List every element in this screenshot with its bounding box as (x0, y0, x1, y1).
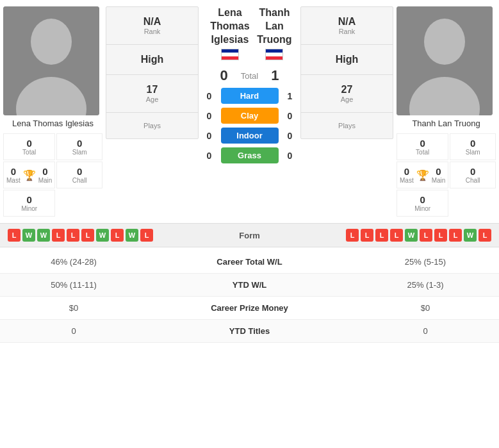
stat-row: $0 Career Prize Money $0 (0, 297, 499, 320)
stat-left-value: 0 (10, 326, 138, 336)
form-badge: W (37, 229, 50, 242)
stat-right-value: $0 (361, 303, 489, 313)
stat-left-value: $0 (10, 303, 138, 313)
right-minor-stat: 0 Minor (397, 190, 448, 217)
left-minor-stat: 0 Minor (3, 190, 55, 217)
right-player-name: Thanh Lan Truong (397, 119, 496, 128)
left-high-row: High (106, 45, 198, 75)
right-player-block: N/A Rank High 27 Age Plays (300, 6, 496, 217)
right-avatar-img (397, 6, 493, 115)
form-label: Form (239, 231, 260, 240)
center-left-name: Lena ThomasIglesias (205, 6, 255, 46)
form-badge: L (375, 229, 388, 242)
stat-right-value: 25% (5-15) (361, 257, 489, 267)
bottom-stats: 46% (24-28) Career Total W/L 25% (5-15) … (0, 251, 499, 343)
clay-button: Clay (221, 108, 279, 124)
right-form-badges: LLLLWLLLWL (346, 229, 491, 242)
right-slam-stat: 0 Slam (450, 133, 496, 160)
stat-row: 0 YTD Titles 0 (0, 320, 499, 343)
stat-center-label: Career Prize Money (211, 303, 288, 313)
surface-grass-row: 0 Grass 0 (199, 147, 300, 163)
left-mast-row: 0 Mast 🏆 0 Main (3, 162, 55, 188)
right-rank-row: N/A Rank (301, 7, 393, 45)
center-right-flag (255, 49, 294, 60)
left-plays-row: Plays (106, 113, 198, 138)
stat-center-label: YTD Titles (229, 326, 270, 336)
stat-left-value: 46% (24-28) (10, 257, 138, 267)
left-slam-stat: 0 Slam (56, 133, 102, 160)
form-badge: W (464, 229, 477, 242)
form-badge: L (111, 229, 124, 242)
right-info-panel: N/A Rank High 27 Age Plays (300, 6, 393, 139)
right-high-row: High (301, 45, 393, 75)
right-age-row: 27 Age (301, 75, 393, 113)
center-right-name: Thanh LanTruong (255, 6, 294, 46)
left-trophy-icon: 🏆 (23, 169, 36, 181)
left-age-row: 17 Age (106, 75, 198, 113)
right-total-stat: 0 Total (397, 133, 448, 160)
form-badge: L (420, 229, 432, 242)
right-total-score: 1 (271, 67, 279, 84)
form-badge: L (81, 229, 94, 242)
left-chall-stat: 0 Chall (56, 162, 102, 188)
surface-hard-row: 0 Hard 1 (199, 88, 300, 104)
right-trophy-icon: 🏆 (416, 169, 429, 181)
surface-clay-row: 0 Clay 0 (199, 108, 300, 124)
form-badge: L (449, 229, 462, 242)
form-row: LWWLLLWLWL Form LLLLWLLLWL (0, 223, 499, 247)
left-info-panel: N/A Rank High 17 Age Plays (106, 6, 199, 139)
form-badge: L (346, 229, 359, 242)
form-badge: L (67, 229, 79, 242)
left-form-badges: LWWLLLWLWL (8, 229, 153, 242)
stat-right-value: 0 (361, 326, 489, 336)
surface-rows: 0 Hard 1 0 Clay 0 0 Indoor 0 0 Grass (199, 88, 300, 167)
page-container: Lena Thomas Iglesias 0 Total 0 Slam 0 (0, 0, 499, 343)
total-score-row: 0 Total 1 (220, 67, 279, 84)
form-badge: L (479, 229, 491, 242)
left-avatar-img (3, 6, 99, 115)
stat-row: 50% (11-11) YTD W/L 25% (1-3) (0, 274, 499, 297)
hard-button: Hard (221, 88, 279, 104)
form-badge: W (405, 229, 418, 242)
left-player-name: Lena Thomas Iglesias (3, 119, 102, 128)
stat-center-label: Career Total W/L (217, 257, 282, 267)
top-area: Lena Thomas Iglesias 0 Total 0 Slam 0 (0, 0, 499, 223)
left-rank-row: N/A Rank (106, 7, 198, 45)
center-column: Lena ThomasIglesias Thanh LanTruong 0 To… (199, 6, 300, 167)
left-player-block: Lena Thomas Iglesias 0 Total 0 Slam 0 (3, 6, 199, 217)
left-total-score: 0 (220, 67, 228, 84)
center-left-flag (205, 49, 255, 60)
indoor-button: Indoor (221, 128, 279, 144)
form-badge: W (126, 229, 138, 242)
svg-point-1 (31, 19, 72, 65)
right-mast-row: 0 Mast 🏆 0 Main (397, 162, 448, 188)
form-badge: W (22, 229, 35, 242)
form-badge: W (96, 229, 109, 242)
right-plays-row: Plays (301, 113, 393, 138)
stat-row: 46% (24-28) Career Total W/L 25% (5-15) (0, 251, 499, 274)
right-avatar: Thanh Lan Truong 0 Total 0 Slam 0 Mast (397, 6, 496, 217)
form-badge: L (52, 229, 65, 242)
right-chall-stat: 0 Chall (450, 162, 496, 188)
form-badge: L (8, 229, 20, 242)
form-badge: L (390, 229, 403, 242)
left-total-stat: 0 Total (3, 133, 55, 160)
stat-left-value: 50% (11-11) (10, 280, 138, 290)
form-badge: L (140, 229, 153, 242)
left-avatar: Lena Thomas Iglesias 0 Total 0 Slam 0 (3, 6, 102, 217)
form-badge: L (361, 229, 373, 242)
total-label: Total (241, 71, 258, 81)
stat-center-label: YTD W/L (233, 280, 266, 290)
svg-point-4 (424, 19, 465, 65)
surface-indoor-row: 0 Indoor 0 (199, 128, 300, 144)
form-badge: L (434, 229, 447, 242)
grass-button: Grass (221, 147, 279, 163)
stat-right-value: 25% (1-3) (361, 280, 489, 290)
